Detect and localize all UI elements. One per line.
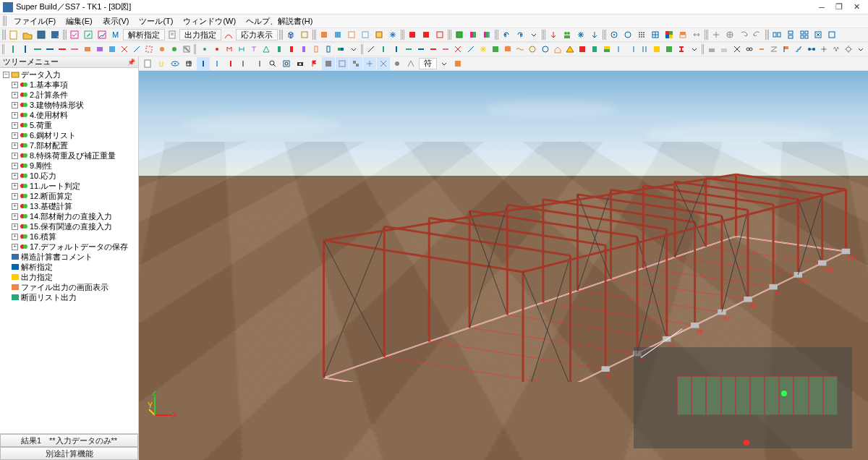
drop3-icon[interactable] (855, 43, 867, 56)
dropdown-icon[interactable] (527, 28, 540, 41)
pin-icon[interactable]: 📌 (127, 59, 135, 66)
beam-blue-icon[interactable] (44, 43, 56, 56)
cyl-icon[interactable] (502, 43, 514, 56)
drop2-icon[interactable] (689, 43, 700, 56)
minimap[interactable] (634, 347, 852, 448)
save-icon[interactable] (35, 28, 48, 41)
tree-extra[interactable]: 解析指定 (0, 262, 138, 272)
vp-color-icon[interactable] (451, 57, 464, 70)
warn-icon[interactable] (564, 43, 576, 56)
vp-t6-icon[interactable] (391, 57, 404, 70)
expand-icon[interactable]: + (12, 173, 18, 179)
layout-h-icon[interactable] (770, 28, 783, 41)
line-col-g-icon[interactable] (378, 43, 389, 56)
ring-b-icon[interactable] (539, 43, 550, 56)
arrows-h-icon[interactable] (690, 28, 703, 41)
panel-blue-icon[interactable] (106, 43, 118, 56)
line-bm-g-icon[interactable] (403, 43, 414, 56)
box-y-icon[interactable] (651, 43, 663, 56)
tree-extra[interactable]: 構造計算書コメント (0, 252, 138, 262)
menu-edit[interactable]: 編集(E) (61, 15, 97, 27)
graph-icon[interactable] (95, 28, 109, 41)
vp-iblue2-icon[interactable] (210, 57, 224, 70)
result-button[interactable]: 結果1 **入力データのみ** (0, 434, 138, 447)
dot-green-icon[interactable] (169, 43, 180, 56)
expand-icon[interactable]: + (12, 132, 18, 139)
expand-icon[interactable]: + (12, 193, 18, 200)
grid-icon[interactable] (649, 28, 662, 41)
tree-item[interactable]: +5.荷重 (0, 120, 138, 130)
target2-icon[interactable] (723, 28, 736, 41)
cube-icon[interactable] (284, 28, 297, 41)
expand-icon[interactable]: + (12, 163, 18, 169)
beam-green-icon[interactable] (32, 43, 43, 56)
plus-icon[interactable] (710, 28, 723, 41)
tree-item[interactable]: +11.ルート判定 (0, 181, 138, 191)
ortho-icon[interactable] (386, 28, 399, 41)
vp-fit-icon[interactable] (280, 57, 293, 70)
tree-item[interactable]: +4.使用材料 (0, 110, 138, 120)
tree-item[interactable]: +9.剛性 (0, 161, 138, 171)
expand-icon[interactable] (825, 28, 838, 41)
menu-tool[interactable]: ツール(T) (135, 15, 177, 27)
tree-item[interactable]: +10.応力 (0, 171, 138, 181)
palette-icon[interactable] (663, 28, 676, 41)
expand-icon[interactable]: + (12, 223, 18, 230)
tree[interactable]: − データ入力 +1.基本事項+2.計算条件+3.建物特殊形状+4.使用材料+5… (0, 68, 138, 433)
view-d-icon[interactable] (359, 28, 372, 41)
chain-icon[interactable] (756, 43, 767, 56)
vp-t2-icon[interactable] (336, 57, 349, 70)
menu-view[interactable]: 表示(V) (98, 15, 134, 27)
pt-m-icon[interactable] (224, 43, 235, 56)
tree-extra[interactable]: 断面リスト出力 (0, 292, 138, 302)
paper-icon[interactable] (166, 28, 179, 41)
menu-window[interactable]: ウィンドウ(W) (179, 15, 240, 27)
view-e-icon[interactable] (373, 28, 386, 41)
split-3-icon[interactable] (480, 28, 493, 41)
junc-icon[interactable] (818, 43, 830, 56)
asterisk-icon[interactable] (574, 28, 587, 41)
expand-icon[interactable]: + (12, 234, 18, 240)
green-panel-icon[interactable] (453, 28, 466, 41)
vp-t5-icon[interactable] (377, 57, 390, 70)
check-icon[interactable] (68, 28, 81, 41)
tree-extra[interactable]: ファイル出力の画面表示 (0, 282, 138, 292)
vp-t1-icon[interactable] (322, 57, 335, 70)
bar-g-icon[interactable] (273, 43, 284, 56)
vp-zoom-icon[interactable] (266, 57, 279, 70)
expand-icon[interactable]: + (12, 122, 18, 129)
pt-triangle-icon[interactable] (260, 43, 272, 56)
view-c-icon[interactable] (345, 28, 358, 41)
rotate-ccw-icon[interactable] (751, 28, 764, 41)
beam-red-icon[interactable] (56, 43, 68, 56)
split-panel-icon[interactable] (467, 28, 480, 41)
vp-hand-icon[interactable] (155, 57, 168, 70)
expand-icon[interactable]: + (12, 102, 18, 108)
expand-icon[interactable]: + (12, 203, 18, 210)
star-y-icon[interactable] (477, 43, 489, 56)
half-icon[interactable] (676, 28, 689, 41)
grid-dots-icon[interactable] (635, 28, 648, 41)
minimize-button[interactable]: ─ (813, 1, 830, 14)
menu-file[interactable]: ファイル(F) (9, 15, 60, 27)
open-icon[interactable] (21, 28, 34, 41)
slab-icon[interactable] (81, 43, 93, 56)
tree-item[interactable]: +7.部材配置 (0, 140, 138, 150)
expand-icon[interactable]: + (12, 92, 18, 98)
vp-t7-icon[interactable] (404, 57, 417, 70)
dbl-icon[interactable] (639, 43, 650, 56)
vp-doc-icon[interactable] (141, 57, 154, 70)
wave-icon[interactable] (514, 43, 526, 56)
stress-label-button[interactable]: 応力表示 (236, 29, 278, 41)
panel-r-icon[interactable] (576, 43, 588, 56)
link-icon[interactable] (744, 43, 755, 56)
tree-extra[interactable]: 出力指定 (0, 272, 138, 282)
bar-o-icon[interactable] (310, 43, 322, 56)
cube2-icon[interactable] (298, 28, 311, 41)
cross-icon[interactable] (731, 43, 742, 56)
tree-item[interactable]: +1.基本事項 (0, 80, 138, 90)
tree-item[interactable]: +16.積算 (0, 231, 138, 242)
beam-pink-icon[interactable] (69, 43, 80, 56)
expand-icon[interactable]: + (12, 153, 18, 159)
analysis-label-button[interactable]: 解析指定 (123, 29, 165, 41)
